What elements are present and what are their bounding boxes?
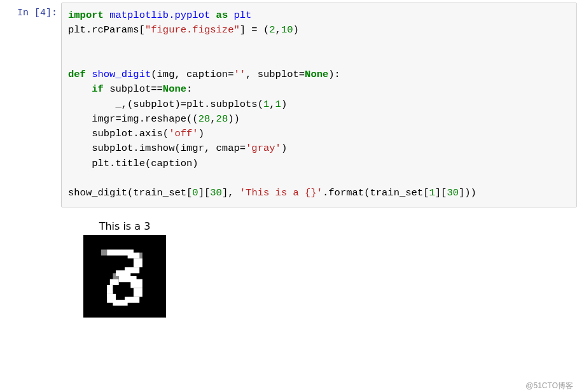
output-area: This is a 3 bbox=[61, 220, 188, 318]
input-prompt: In [4]: bbox=[0, 3, 61, 18]
prompt-counter: 4 bbox=[40, 8, 46, 18]
watermark: @51CTO博客 bbox=[525, 381, 573, 391]
svg-rect-15 bbox=[107, 294, 116, 303]
svg-rect-6 bbox=[128, 253, 140, 258]
code-cell: In [4]: import matplotlib.pyplot as plt … bbox=[0, 0, 577, 207]
svg-rect-17 bbox=[110, 279, 119, 285]
svg-rect-1 bbox=[101, 249, 107, 255]
digit-image bbox=[83, 235, 166, 318]
plot-title: This is a 3 bbox=[61, 220, 188, 232]
code-input-area[interactable]: import matplotlib.pyplot as plt plt.rcPa… bbox=[61, 3, 577, 207]
svg-rect-16 bbox=[107, 285, 113, 294]
svg-rect-11 bbox=[130, 279, 143, 288]
code-block[interactable]: import matplotlib.pyplot as plt plt.rcPa… bbox=[68, 8, 570, 200]
svg-rect-12 bbox=[134, 288, 143, 297]
prompt-label: In bbox=[17, 8, 29, 18]
svg-rect-7 bbox=[134, 258, 143, 267]
svg-rect-9 bbox=[116, 270, 130, 276]
